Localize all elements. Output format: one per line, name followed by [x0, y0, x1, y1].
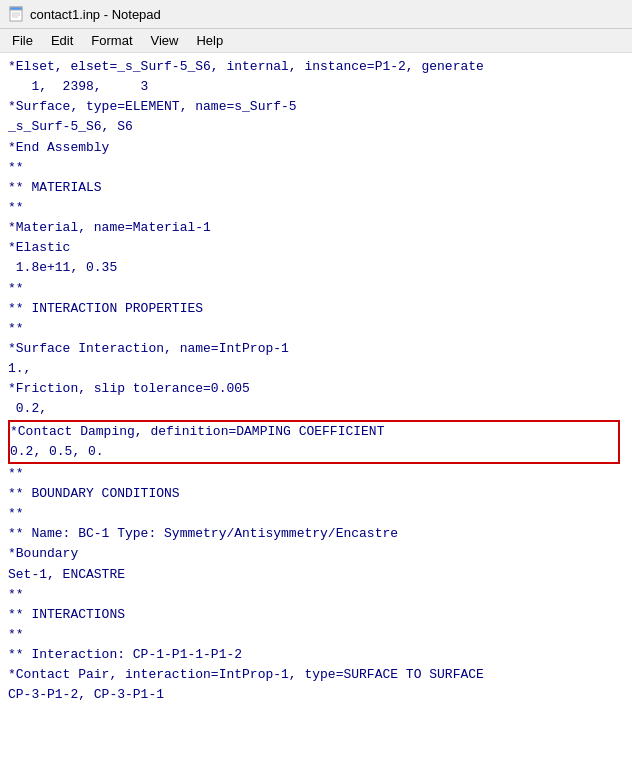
- highlighted-line-1: *Contact Damping, definition=DAMPING COE…: [10, 422, 618, 442]
- line-24: Set-1, ENCASTRE: [8, 565, 624, 585]
- line-8: **: [8, 198, 624, 218]
- line-11: 1.8e+11, 0.35: [8, 258, 624, 278]
- line-22: ** Name: BC-1 Type: Symmetry/Antisymmetr…: [8, 524, 624, 544]
- line-16: 1.,: [8, 359, 624, 379]
- line-2: 1, 2398, 3: [8, 77, 624, 97]
- line-23: *Boundary: [8, 544, 624, 564]
- line-29: *Contact Pair, interaction=IntProp-1, ty…: [8, 665, 624, 685]
- line-12: **: [8, 279, 624, 299]
- line-20: ** BOUNDARY CONDITIONS: [8, 484, 624, 504]
- line-10: *Elastic: [8, 238, 624, 258]
- line-17: *Friction, slip tolerance=0.005: [8, 379, 624, 399]
- line-21: **: [8, 504, 624, 524]
- line-4: _s_Surf-5_S6, S6: [8, 117, 624, 137]
- line-27: **: [8, 625, 624, 645]
- menu-help[interactable]: Help: [188, 31, 231, 50]
- highlighted-line-2: 0.2, 0.5, 0.: [10, 442, 618, 462]
- notepad-icon: [8, 6, 24, 22]
- title-bar-text: contact1.inp - Notepad: [30, 7, 161, 22]
- menu-file[interactable]: File: [4, 31, 41, 50]
- menu-view[interactable]: View: [143, 31, 187, 50]
- line-19: **: [8, 464, 624, 484]
- line-28: ** Interaction: CP-1-P1-1-P1-2: [8, 645, 624, 665]
- menu-format[interactable]: Format: [83, 31, 140, 50]
- line-15: *Surface Interaction, name=IntProp-1: [8, 339, 624, 359]
- line-30: CP-3-P1-2, CP-3-P1-1: [8, 685, 624, 705]
- line-3: *Surface, type=ELEMENT, name=s_Surf-5: [8, 97, 624, 117]
- highlighted-block: *Contact Damping, definition=DAMPING COE…: [8, 420, 620, 464]
- line-25: **: [8, 585, 624, 605]
- line-14: **: [8, 319, 624, 339]
- menu-edit[interactable]: Edit: [43, 31, 81, 50]
- line-1: *Elset, elset=_s_Surf-5_S6, internal, in…: [8, 57, 624, 77]
- line-7: ** MATERIALS: [8, 178, 624, 198]
- line-9: *Material, name=Material-1: [8, 218, 624, 238]
- line-6: **: [8, 158, 624, 178]
- menu-bar: File Edit Format View Help: [0, 29, 632, 53]
- title-bar: contact1.inp - Notepad: [0, 0, 632, 29]
- line-5: *End Assembly: [8, 138, 624, 158]
- line-18: 0.2,: [8, 399, 624, 419]
- line-26: ** INTERACTIONS: [8, 605, 624, 625]
- line-13: ** INTERACTION PROPERTIES: [8, 299, 624, 319]
- svg-rect-1: [10, 7, 22, 10]
- editor-area[interactable]: *Elset, elset=_s_Surf-5_S6, internal, in…: [0, 53, 632, 753]
